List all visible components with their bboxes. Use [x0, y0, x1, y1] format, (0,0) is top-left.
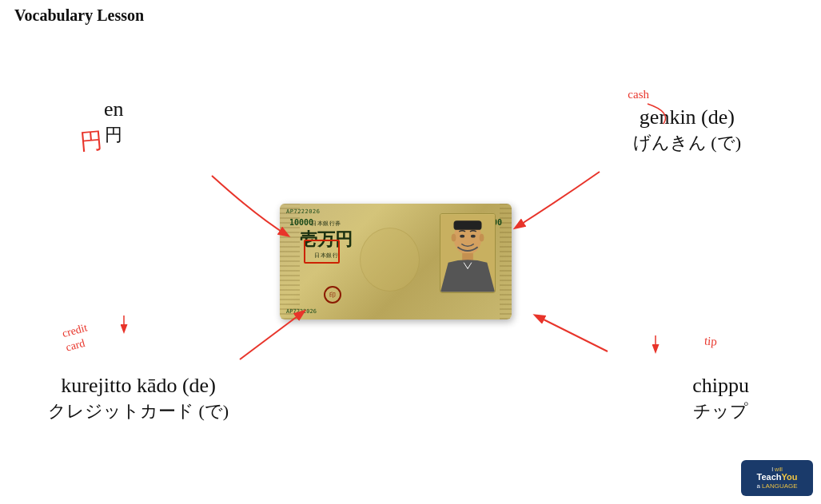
vocab-en-roman: en — [104, 96, 124, 123]
annotation-credit-card: creditcard — [61, 320, 93, 355]
banknote-seal: 印 — [324, 286, 341, 304]
arrow-genkin-to-banknote — [516, 172, 600, 228]
svg-rect-2 — [454, 220, 482, 230]
vocab-kurejitto: kurejitto kādo (de) クレジットカード (で) — [48, 372, 229, 424]
banknote-serial-top: AP7222026 — [286, 208, 320, 215]
banknote-bank-text: 日本銀行券 — [300, 220, 353, 228]
arrow-chippu-to-banknote — [536, 315, 608, 351]
svg-point-4 — [471, 235, 476, 238]
banknote-portrait — [440, 213, 496, 293]
annotation-cash: cash — [628, 88, 649, 101]
vocab-chippu-roman: chippu — [692, 372, 749, 399]
annotation-tip: tip — [703, 334, 717, 348]
svg-point-3 — [460, 235, 464, 238]
arrow-en-to-banknote — [212, 176, 288, 236]
vocab-en: en 円 — [104, 96, 124, 148]
vocab-kurejitto-roman: kurejitto kādo (de) — [48, 372, 229, 399]
vocab-genkin-roman: genkin (de) — [633, 104, 741, 131]
teachyoualanguage-logo: I will TeachYou a LANGUAGE — [741, 460, 813, 496]
svg-point-5 — [452, 234, 456, 242]
vocab-genkin: genkin (de) げんきん (で) — [633, 104, 741, 156]
banknote-red-highlight — [304, 240, 340, 264]
annotation-en-kanji: 円 — [78, 125, 103, 157]
vocab-chippu-kana: チップ — [692, 399, 749, 424]
logo-line3: a LANGUAGE — [756, 482, 797, 490]
banknote: 10000 10000 AP7222026 AP7222026 日本銀行券 壱万… — [280, 204, 512, 319]
banknote-oval-watermark — [360, 228, 420, 292]
banknote-serial-bottom: AP7222026 — [286, 308, 317, 315]
logo-line2: TeachYou — [757, 472, 798, 482]
vocab-genkin-kana: げんきん (で) — [633, 131, 741, 156]
vocab-kurejitto-kana: クレジットカード (で) — [48, 399, 229, 424]
vocab-en-kana: 円 — [104, 123, 124, 148]
page-title: Vocabulary Lesson — [14, 6, 144, 25]
logo-line1: I will — [771, 466, 783, 472]
svg-point-6 — [480, 234, 484, 242]
vocab-chippu: chippu チップ — [692, 372, 749, 424]
